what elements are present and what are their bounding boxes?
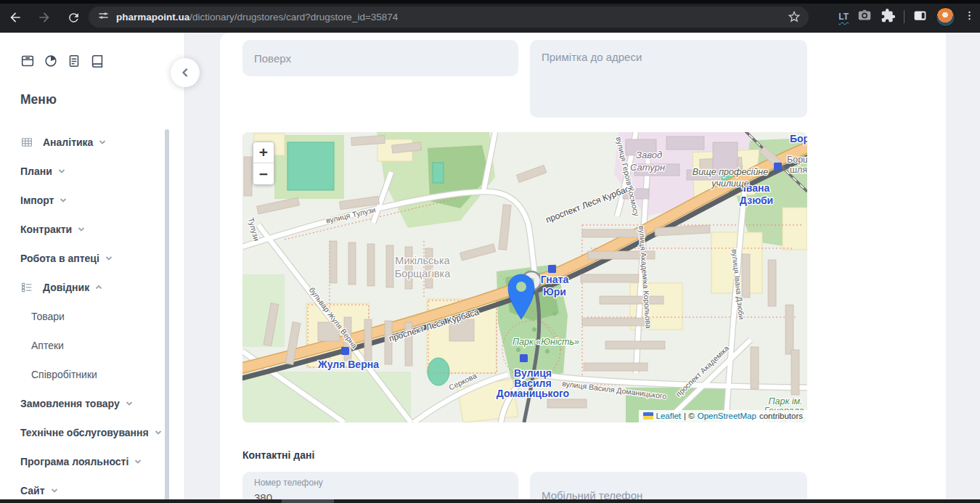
map-zoom-control: + −	[253, 142, 274, 185]
map-attribution: Leaflet | © OpenStreetMap contributors	[639, 410, 807, 422]
industrial-label: Сатурн	[630, 162, 665, 173]
floor-input[interactable]	[242, 40, 518, 76]
college-label: училище	[711, 179, 748, 189]
place-label: Борщагівка	[395, 268, 452, 279]
sidebar-item-contracts[interactable]: Контракти	[0, 215, 174, 244]
sidebar-item-loyalty[interactable]: Програма лояльності	[0, 447, 174, 476]
address-bar[interactable]: pharmapoint.ua/dictionary/drugstores/car…	[89, 7, 809, 28]
sidebar-item-analytics[interactable]: Аналітика	[0, 128, 174, 157]
side-panel-icon[interactable]	[912, 8, 928, 26]
phone-number-label: Номер телефону	[254, 478, 507, 488]
leaflet-link[interactable]: Leaflet	[656, 412, 682, 420]
bookmark-star-icon[interactable]	[787, 9, 801, 27]
forward-icon[interactable]	[35, 8, 54, 27]
book-icon[interactable]	[89, 53, 105, 72]
chevron-down-icon	[51, 487, 58, 494]
map[interactable]: вулиця Тулузи Тулузи бульвар Жуля Верна …	[242, 132, 807, 422]
ukraine-flag-icon	[643, 412, 653, 420]
sidebar: Меню Аналітика Плани Імпорт Контракти Ро…	[0, 33, 185, 503]
profile-avatar[interactable]	[936, 7, 955, 27]
osm-link[interactable]: OpenStreetMap	[698, 412, 756, 420]
metro-label: Доманицького	[497, 388, 569, 399]
metro-label: Дзюби	[740, 195, 773, 206]
site-settings-icon[interactable]	[97, 9, 110, 25]
chevron-down-icon	[78, 226, 85, 233]
place-label: шлях	[790, 165, 807, 175]
extensions-puzzle-icon[interactable]	[881, 8, 896, 26]
attribution-suffix: contributors	[759, 412, 803, 420]
sidebar-item-goods-order[interactable]: Замовлення товару	[0, 389, 174, 418]
horizontal-scrollbar[interactable]	[0, 499, 980, 503]
chevron-down-icon	[58, 168, 65, 175]
sidebar-item-plans[interactable]: Плани	[0, 157, 174, 186]
sidebar-item-dictionary[interactable]: Довідник	[0, 273, 174, 302]
reload-icon[interactable]	[64, 8, 83, 27]
chevron-down-icon	[155, 429, 162, 436]
mobile-phone-input[interactable]	[530, 472, 807, 503]
place-label: Борщ	[787, 155, 807, 165]
sidebar-item-products[interactable]: Товари	[0, 302, 174, 331]
sidebar-item-employees[interactable]: Співробітники	[0, 360, 174, 389]
sidebar-collapse-button[interactable]	[171, 58, 200, 87]
contacts-heading: Контактні дані	[242, 449, 314, 461]
metro-label: Юри	[543, 286, 566, 298]
phone-number-field[interactable]: Номер телефону 380	[242, 472, 518, 503]
chevron-down-icon	[134, 458, 142, 465]
industrial-label: Завод	[636, 150, 662, 160]
chevron-down-icon	[60, 197, 67, 204]
sidebar-item-import[interactable]: Імпорт	[0, 186, 174, 215]
list-icon	[20, 281, 33, 294]
drugstore-card-panel: вулиця Тулузи Тулузи бульвар Жуля Верна …	[220, 33, 946, 503]
attribution-separator: | ©	[684, 412, 695, 420]
back-icon[interactable]	[6, 8, 25, 27]
archive-icon[interactable]	[20, 53, 36, 72]
scrollbar-thumb[interactable]	[282, 499, 334, 503]
address-note-textarea[interactable]	[530, 40, 807, 118]
browser-toolbar: pharmapoint.ua/dictionary/drugstores/car…	[0, 0, 980, 33]
metro-label: Борщ	[790, 133, 807, 144]
zoom-out-button[interactable]: −	[253, 163, 274, 184]
metro-label: Жуля Верна	[317, 359, 379, 370]
sidebar-scrollbar[interactable]	[165, 129, 169, 503]
pie-chart-icon[interactable]	[43, 53, 59, 72]
park-label: Парк «Юність»	[513, 337, 579, 347]
sidebar-item-pharmacy-work[interactable]: Робота в аптеці	[0, 244, 174, 273]
menu-title: Меню	[20, 92, 57, 107]
languagetool-extension-icon[interactable]: LT	[838, 12, 849, 22]
toolbar-divider	[904, 10, 905, 23]
sidebar-item-drugstores[interactable]: Аптеки	[0, 331, 174, 360]
document-icon[interactable]	[66, 53, 82, 72]
chevron-up-icon	[95, 284, 102, 291]
grid-icon	[20, 136, 33, 149]
chevron-down-icon	[105, 255, 113, 262]
zoom-in-button[interactable]: +	[253, 142, 274, 163]
chevron-down-icon	[126, 400, 133, 407]
chrome-menu-icon[interactable]	[963, 9, 976, 25]
metro-label: Гната	[541, 274, 569, 285]
college-label: Вище професійне	[693, 167, 768, 177]
chevron-left-icon	[180, 68, 190, 78]
url-text: pharmapoint.ua/dictionary/drugstores/car…	[116, 12, 398, 23]
camera-extension-icon[interactable]	[857, 7, 873, 26]
sidebar-item-maintenance[interactable]: Технічне обслуговування	[0, 418, 174, 447]
place-label: Микільська	[395, 255, 450, 266]
park-label: Парк ім.	[768, 396, 802, 406]
chevron-down-icon	[99, 139, 106, 146]
